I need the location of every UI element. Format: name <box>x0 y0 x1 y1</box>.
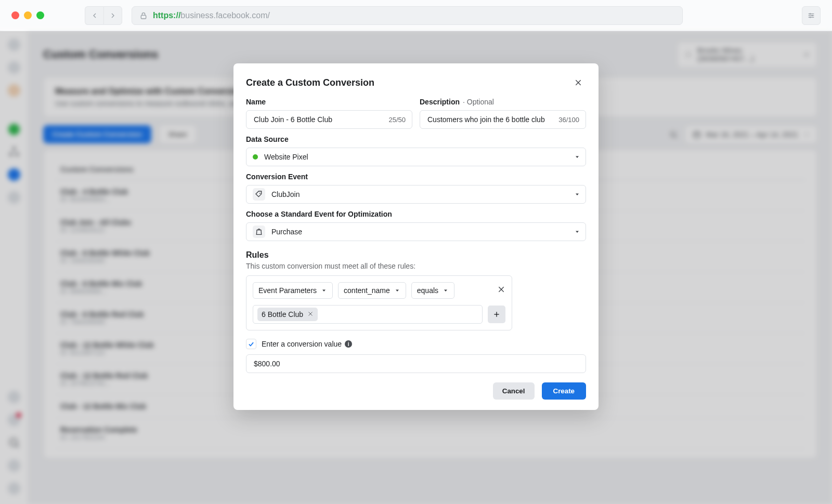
browser-prefs-button[interactable] <box>802 6 821 25</box>
svg-point-4 <box>810 13 811 15</box>
description-optional: · Optional <box>463 98 494 106</box>
remove-rule-button[interactable] <box>497 285 505 296</box>
url-protocol: https:// <box>153 11 180 20</box>
caret-down-icon <box>443 287 449 294</box>
nav-arrows <box>85 6 122 25</box>
data-source-select[interactable]: Website Pixel <box>246 148 586 166</box>
rule-value-input[interactable]: 6 Bottle Club <box>253 305 483 324</box>
conversion-value-checkbox[interactable] <box>246 339 256 349</box>
conversion-event-select[interactable]: ClubJoin <box>246 185 586 204</box>
svg-point-5 <box>812 15 813 16</box>
cancel-button[interactable]: Cancel <box>493 382 535 400</box>
name-input[interactable] <box>253 115 384 124</box>
standard-event-label: Choose a Standard Event for Optimization <box>246 210 586 218</box>
svg-rect-0 <box>141 15 146 19</box>
svg-marker-26 <box>444 290 447 292</box>
description-label: Description <box>420 98 460 106</box>
svg-point-6 <box>810 17 811 18</box>
description-field-wrap: 36/100 <box>420 110 586 129</box>
browser-chrome: https://business.facebook.com/ <box>0 0 832 31</box>
caret-down-icon <box>321 287 327 294</box>
rule-value-chip: 6 Bottle Club <box>257 308 318 321</box>
svg-marker-25 <box>396 290 399 292</box>
close-icon <box>574 78 582 87</box>
rule-param-type-select[interactable]: Event Parameters <box>253 282 333 299</box>
url-host: business.facebook.com/ <box>180 11 270 20</box>
create-button[interactable]: Create <box>542 382 587 400</box>
name-field-wrap: 25/50 <box>246 110 412 129</box>
rules-box: Event Parameters content_name equals <box>246 275 512 330</box>
traffic-lights <box>11 11 44 19</box>
window-minimize-icon[interactable] <box>24 11 32 19</box>
data-source-label: Data Source <box>246 135 586 143</box>
back-button[interactable] <box>85 6 103 25</box>
rules-subtitle: This custom conversion must meet all of … <box>246 262 586 270</box>
conversion-event-label: Conversion Event <box>246 173 586 181</box>
conversion-event-value: ClubJoin <box>271 190 300 198</box>
description-counter: 36/100 <box>558 116 579 124</box>
check-icon <box>248 340 255 348</box>
forward-button[interactable] <box>103 6 122 25</box>
svg-marker-24 <box>322 290 326 292</box>
description-input[interactable] <box>426 115 554 124</box>
sliders-icon <box>807 11 815 20</box>
modal-overlay: Create a Custom Conversion Name 25/50 De… <box>0 31 832 504</box>
caret-down-icon <box>394 287 400 294</box>
rule-param-key-select[interactable]: content_name <box>338 282 406 299</box>
caret-down-icon <box>574 191 580 197</box>
rule-operator: equals <box>417 286 438 295</box>
close-button[interactable] <box>570 75 586 90</box>
svg-marker-23 <box>576 231 579 233</box>
rule-value-chip-label: 6 Bottle Club <box>262 310 303 319</box>
chevron-right-icon <box>109 11 117 20</box>
svg-point-21 <box>259 193 261 194</box>
shopping-bag-icon <box>253 226 265 238</box>
svg-marker-20 <box>576 156 579 158</box>
data-source-value: Website Pixel <box>264 153 308 161</box>
caret-down-icon <box>574 154 580 160</box>
window-close-icon[interactable] <box>11 11 19 19</box>
modal-title: Create a Custom Conversion <box>246 77 374 88</box>
standard-event-value: Purchase <box>271 228 302 236</box>
name-counter: 25/50 <box>388 116 406 124</box>
conversion-value-label: Enter a conversion value <box>262 340 342 348</box>
url-bar[interactable]: https://business.facebook.com/ <box>132 6 683 25</box>
conversion-value-input[interactable] <box>253 359 579 368</box>
caret-down-icon <box>574 229 580 235</box>
status-dot-icon <box>253 154 258 160</box>
plus-icon <box>492 310 501 319</box>
add-rule-button[interactable] <box>488 306 505 323</box>
conversion-value-field <box>246 354 586 373</box>
create-conversion-modal: Create a Custom Conversion Name 25/50 De… <box>233 63 599 410</box>
rule-operator-select[interactable]: equals <box>411 282 454 299</box>
info-icon[interactable]: i <box>345 340 352 348</box>
window-zoom-icon[interactable] <box>36 11 44 19</box>
rule-param-type: Event Parameters <box>258 286 317 295</box>
chevron-left-icon <box>90 11 99 20</box>
name-label: Name <box>246 98 412 106</box>
lock-icon <box>139 11 148 20</box>
standard-event-select[interactable]: Purchase <box>246 222 586 241</box>
close-icon <box>307 311 314 317</box>
rules-label: Rules <box>246 250 586 260</box>
chip-remove-button[interactable] <box>307 310 314 319</box>
svg-marker-22 <box>576 194 579 196</box>
rule-param-key: content_name <box>344 286 390 295</box>
close-icon <box>497 285 505 294</box>
tag-icon <box>253 188 265 201</box>
